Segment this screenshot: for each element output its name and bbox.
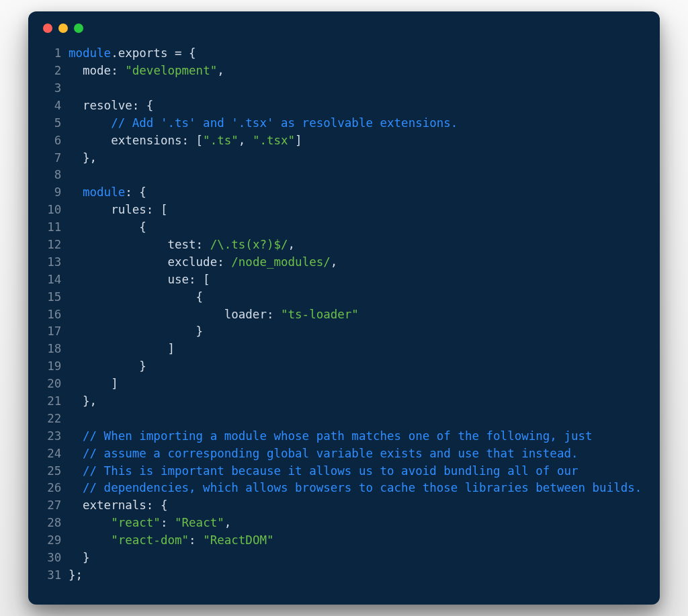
line-content: extensions: [".ts", ".tsx"] (69, 132, 302, 150)
line-content: // assume a corresponding global variabl… (69, 445, 578, 463)
code-line: 4 resolve: { (43, 97, 645, 115)
code-line: 23 // When importing a module whose path… (43, 428, 645, 445)
code-line: 11 { (43, 219, 645, 236)
code-line: 24 // assume a corresponding global vari… (43, 445, 645, 463)
line-content: "react-dom": "ReactDOM" (69, 532, 274, 549)
line-number: 16 (43, 306, 61, 324)
code-line: 8 (43, 167, 645, 184)
code-line: 12 test: /\.ts(x?)$/, (43, 236, 645, 254)
code-line: 28 "react": "React", (43, 515, 645, 532)
code-line: 22 (43, 410, 645, 428)
line-content: } (69, 323, 203, 341)
code-line: 10 rules: [ (43, 202, 645, 219)
code-line: 9 module: { (43, 184, 645, 202)
code-line: 14 use: [ (43, 271, 645, 289)
line-content: mode: "development", (69, 62, 224, 80)
line-content: resolve: { (69, 97, 153, 115)
code-line: 19 } (43, 358, 645, 376)
line-content: exclude: /node_modules/, (69, 254, 337, 271)
line-number: 18 (43, 341, 61, 358)
code-line: 30 } (43, 549, 645, 567)
line-number: 26 (43, 480, 61, 497)
window-titlebar (28, 24, 660, 45)
line-content: }; (69, 567, 83, 584)
line-number: 31 (43, 567, 61, 584)
line-content: ] (69, 376, 118, 393)
code-line: 18 ] (43, 341, 645, 358)
line-number: 12 (43, 236, 61, 254)
line-number: 24 (43, 445, 61, 463)
line-number: 27 (43, 497, 61, 515)
code-line: 17 } (43, 323, 645, 341)
line-number: 19 (43, 358, 61, 376)
line-number: 15 (43, 289, 61, 306)
close-icon[interactable] (43, 24, 52, 33)
line-number: 7 (43, 150, 61, 167)
line-content: // When importing a module whose path ma… (69, 428, 593, 445)
line-content: }, (69, 393, 97, 410)
line-number: 28 (43, 515, 61, 532)
line-content: }, (69, 150, 97, 167)
line-content: "react": "React", (69, 515, 231, 532)
line-number: 3 (43, 80, 61, 97)
line-number: 11 (43, 219, 61, 236)
line-number: 22 (43, 410, 61, 428)
line-number: 30 (43, 549, 61, 567)
code-window: 1module.exports = {2 mode: "development"… (28, 11, 660, 605)
line-number: 5 (43, 115, 61, 132)
code-line: 3 (43, 80, 645, 97)
line-number: 10 (43, 202, 61, 219)
line-content: // This is important because it allows u… (69, 463, 578, 480)
line-content: test: /\.ts(x?)$/, (69, 236, 295, 254)
line-number: 2 (43, 62, 61, 80)
code-line: 1module.exports = { (43, 45, 645, 62)
code-line: 27 externals: { (43, 497, 645, 515)
line-content: { (69, 219, 146, 236)
code-line: 2 mode: "development", (43, 62, 645, 80)
line-number: 23 (43, 428, 61, 445)
code-editor[interactable]: 1module.exports = {2 mode: "development"… (28, 45, 660, 584)
code-line: 31}; (43, 567, 645, 584)
line-number: 6 (43, 132, 61, 150)
line-content: // dependencies, which allows browsers t… (69, 480, 642, 497)
line-content: module: { (69, 184, 146, 202)
line-number: 8 (43, 167, 61, 184)
line-number: 14 (43, 271, 61, 289)
code-line: 6 extensions: [".ts", ".tsx"] (43, 132, 645, 150)
line-number: 20 (43, 376, 61, 393)
line-content: rules: [ (69, 202, 168, 219)
line-number: 21 (43, 393, 61, 410)
line-content: loader: "ts-loader" (69, 306, 359, 324)
code-line: 7 }, (43, 150, 645, 167)
code-line: 26 // dependencies, which allows browser… (43, 480, 645, 497)
line-number: 29 (43, 532, 61, 549)
code-line: 25 // This is important because it allow… (43, 463, 645, 480)
minimize-icon[interactable] (58, 24, 68, 33)
code-line: 5 // Add '.ts' and '.tsx' as resolvable … (43, 115, 645, 132)
line-content: // Add '.ts' and '.tsx' as resolvable ex… (69, 115, 458, 132)
line-content: externals: { (69, 497, 168, 515)
code-line: 13 exclude: /node_modules/, (43, 254, 645, 271)
line-content: use: [ (69, 271, 210, 289)
line-number: 13 (43, 254, 61, 271)
zoom-icon[interactable] (74, 24, 83, 33)
line-content: { (69, 289, 203, 306)
line-number: 4 (43, 97, 61, 115)
line-number: 25 (43, 463, 61, 480)
line-number: 17 (43, 323, 61, 341)
code-line: 20 ] (43, 376, 645, 393)
line-content: module.exports = { (69, 45, 196, 62)
line-number: 1 (43, 45, 61, 62)
line-number: 9 (43, 184, 61, 202)
code-line: 21 }, (43, 393, 645, 410)
code-line: 15 { (43, 289, 645, 306)
code-line: 16 loader: "ts-loader" (43, 306, 645, 324)
line-content: ] (69, 341, 175, 358)
code-line: 29 "react-dom": "ReactDOM" (43, 532, 645, 549)
line-content: } (69, 358, 146, 376)
line-content: } (69, 549, 90, 567)
